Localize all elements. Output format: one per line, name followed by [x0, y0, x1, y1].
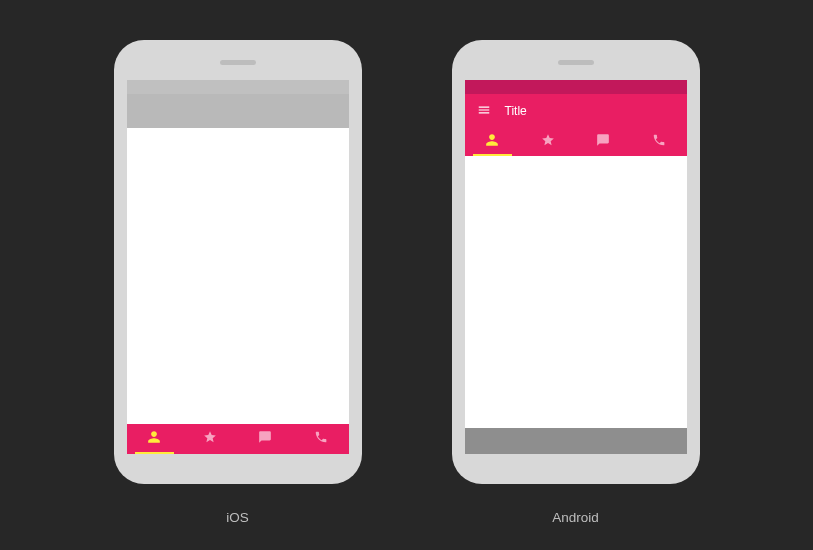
content-area	[465, 156, 687, 428]
phone-body	[114, 40, 362, 484]
screen	[127, 80, 349, 454]
screen: Title	[465, 80, 687, 454]
tab-chat[interactable]	[576, 128, 632, 156]
person-icon	[485, 133, 499, 151]
phone-icon	[314, 430, 328, 448]
system-nav-bar	[465, 428, 687, 454]
status-bar	[465, 80, 687, 94]
app-bar-placeholder	[127, 94, 349, 128]
tab-phone[interactable]	[631, 128, 687, 156]
tab-phone[interactable]	[293, 424, 349, 454]
phone-icon	[652, 133, 666, 151]
phone-body: Title	[452, 40, 700, 484]
person-icon	[147, 430, 161, 448]
device-caption-ios: iOS	[226, 510, 249, 525]
tab-person[interactable]	[465, 128, 521, 156]
app-bar-title: Title	[505, 104, 527, 118]
tab-chat[interactable]	[238, 424, 294, 454]
status-bar	[127, 80, 349, 94]
device-caption-android: Android	[552, 510, 599, 525]
speaker-slot	[558, 60, 594, 65]
star-icon	[203, 430, 217, 448]
tab-person[interactable]	[127, 424, 183, 454]
star-icon	[541, 133, 555, 151]
bottom-tab-bar	[127, 424, 349, 454]
device-android: Title	[452, 40, 700, 525]
menu-icon[interactable]	[477, 103, 491, 120]
app-bar: Title	[465, 94, 687, 128]
chat-icon	[596, 133, 610, 151]
tab-star[interactable]	[182, 424, 238, 454]
top-tab-bar	[465, 128, 687, 156]
content-area	[127, 128, 349, 424]
tab-star[interactable]	[520, 128, 576, 156]
speaker-slot	[220, 60, 256, 65]
device-ios: iOS	[114, 40, 362, 525]
chat-icon	[258, 430, 272, 448]
